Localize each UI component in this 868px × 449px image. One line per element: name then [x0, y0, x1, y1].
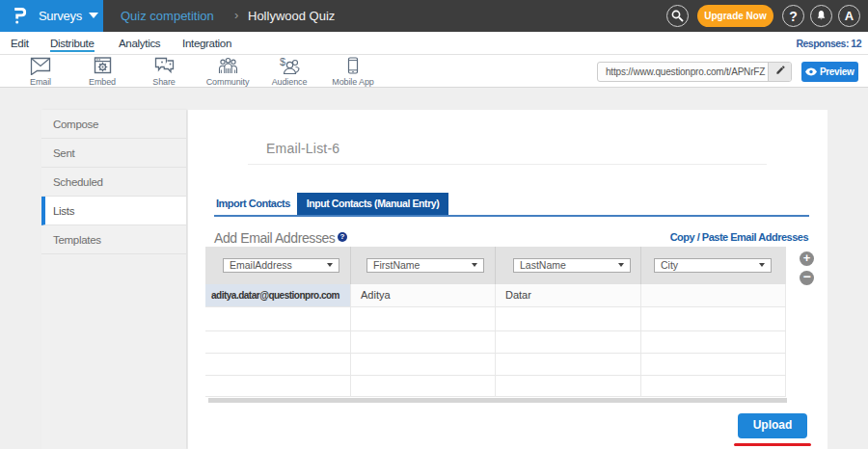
svg-text:$: $: [280, 57, 285, 67]
